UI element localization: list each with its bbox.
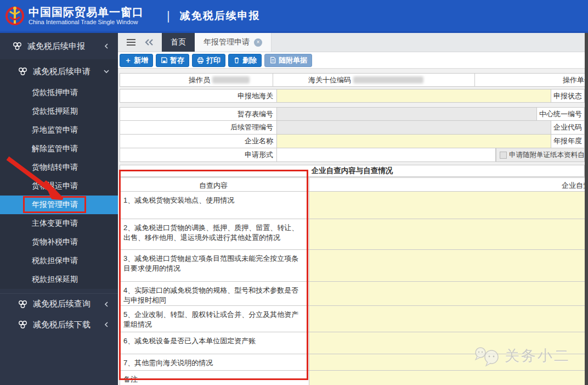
declare-customs-label: 申报地海关 (120, 91, 276, 101)
printer-icon (197, 57, 204, 64)
customs-logo-icon (5, 5, 24, 27)
self-check-item-1: 1、减免税货物安装地点、使用情况 (120, 191, 309, 219)
chevron-left-icon (104, 302, 109, 307)
customs-code-label: 海关十位编码 (308, 75, 351, 85)
save-draft-button[interactable]: 暂存 (156, 54, 189, 67)
self-check-input-4[interactable] (309, 281, 588, 305)
sidebar-item-贷款抵押延期[interactable]: 贷款抵押延期 (0, 102, 118, 121)
sidebar-item-货物补税申请[interactable]: 货物补税申请 (0, 233, 118, 252)
table-row-1: 1、减免税货物安装地点、使用情况 (120, 191, 588, 219)
save-draft-label: 暂存 (170, 55, 184, 65)
tab-home[interactable]: 首页 (162, 33, 195, 52)
table-row-3: 3、减免税进口货物超立项条目范围或未能完全按立项条目要求使用的情况 (120, 249, 588, 281)
sidebar-item-label: 解除监管申请 (32, 144, 78, 154)
form-stack: 暂存表编号 中心统一编号 后续管理编号 企业代码 企业名称 年报年度 申请形式 (120, 107, 588, 162)
attached-documents-button[interactable]: 随附单据 (264, 54, 312, 67)
declare-status-label: 申报状态 (551, 91, 584, 101)
remark-input[interactable] (309, 370, 588, 385)
self-check-input-3[interactable] (309, 249, 588, 281)
sidebar-item-解除监管申请[interactable]: 解除监管申请 (0, 140, 118, 158)
vertical-scrollbar[interactable] (585, 33, 588, 385)
draft-no-field (276, 108, 537, 120)
declare-customs-field[interactable] (276, 90, 551, 102)
self-check-input-6[interactable] (309, 332, 588, 354)
module-cluster-icon (18, 67, 29, 76)
enterprise-name-label: 企业名称 (120, 136, 276, 146)
brand-titles: 中国国际贸易单一窗口 China International Trade Sin… (29, 6, 144, 26)
tab-home-label: 首页 (171, 37, 186, 47)
sidebar-item-label: 年报管理申请 (32, 200, 78, 210)
operator-label: 操作员 (189, 75, 210, 85)
customs-code-cell: 海关十位编码 (273, 74, 474, 86)
apply-form-label: 申请形式 (120, 150, 276, 160)
sidebar-group-减免税后续下载[interactable]: 减免税后续下载 (0, 314, 118, 335)
action-toolbar: ＋ 新增 暂存 打印 删除 (118, 52, 588, 69)
self-check-item-2: 2、减免税进口货物的调换、抵押、质押、留置、转让、出售、移作他用、退运境外或进行… (120, 219, 309, 249)
print-label: 打印 (206, 55, 220, 65)
table-row-6: 6、减免税设备是否已入本单位固定资产账 (120, 332, 588, 354)
apply-form-row: 申请形式 申请随附单证纸本资料自行保管 (120, 148, 585, 162)
module-cluster-icon (18, 300, 29, 309)
brand-title-en: China International Trade Single Window (29, 19, 144, 26)
sidebar-root-减免税后续申报[interactable]: 减免税后续申报 (0, 33, 118, 59)
table-row-7: 7、其他需向海关说明的情况 (120, 354, 588, 370)
sidebar-group-label: 减免税后续查询 (33, 299, 91, 309)
tab-close-icon[interactable]: × (254, 38, 262, 47)
draft-no-row: 暂存表编号 中心统一编号 (120, 107, 585, 121)
follow-up-no-row: 后续管理编号 企业代码 (120, 121, 585, 135)
collapse-tabs-icon[interactable] (144, 38, 154, 46)
delete-button[interactable]: 删除 (228, 54, 262, 67)
self-check-input-5[interactable] (309, 305, 588, 332)
self-check-input-2[interactable] (309, 219, 588, 249)
add-button-label: 新增 (134, 55, 148, 65)
sidebar-item-税款担保延期[interactable]: 税款担保延期 (0, 270, 118, 289)
enterprise-code-label: 企业代码 (551, 122, 584, 132)
self-check-item-7: 7、其他需向海关说明的情况 (120, 354, 309, 370)
redacted-customs-code-value (353, 76, 423, 83)
self-check-table-header: 自查内容 企业自查情况 (120, 177, 588, 191)
table-row-remark: 备注 (120, 370, 588, 385)
apply-form-field[interactable] (276, 148, 496, 161)
sidebar-group-减免税后续查询[interactable]: 减免税后续查询 (0, 293, 118, 314)
sidebar-root-label: 减免税后续申报 (27, 41, 85, 52)
sidebar-item-label: 税款担保申请 (32, 256, 78, 266)
sidebar-item-货物结转申请[interactable]: 货物结转申请 (0, 158, 118, 177)
sidebar-item-税款担保申请[interactable]: 税款担保申请 (0, 252, 118, 270)
table-row-2: 2、减免税进口货物的调换、抵押、质押、留置、转让、出售、移作他用、退运境外或进行… (120, 219, 588, 249)
hamburger-menu-icon[interactable] (126, 38, 137, 47)
tab-annual-report[interactable]: 年报管理申请 × (195, 33, 272, 52)
print-button[interactable]: 打印 (192, 54, 225, 67)
tab-bar: 首页 年报管理申请 × (118, 33, 588, 52)
self-check-input-1[interactable] (309, 191, 588, 219)
operator-info-row: 操作员 海关十位编码 操作单位名称 (120, 73, 588, 87)
table-row-5: 5、企业改制、转型、股权转让或合并、分立及其他资产重组情况 (120, 305, 588, 332)
paper-docs-checkbox-label: 申请随附单证纸本资料自行保管 (509, 150, 584, 160)
sidebar-item-贷款抵押申请[interactable]: 贷款抵押申请 (0, 83, 118, 102)
sidebar-item-label: 货物退运申请 (32, 181, 78, 191)
draft-no-label: 暂存表编号 (120, 109, 276, 119)
enterprise-name-field[interactable] (276, 135, 551, 148)
center-unified-no-label: 中心统一编号 (537, 109, 584, 119)
report-year-label: 年报年度 (551, 136, 584, 146)
main-content: 首页 年报管理申请 × ＋ 新增 暂存 (118, 33, 588, 385)
sidebar-item-货物退运申请[interactable]: 货物退运申请 (0, 177, 118, 196)
sidebar-item-label: 货物补税申请 (32, 237, 78, 247)
add-button[interactable]: ＋ 新增 (120, 54, 153, 67)
self-check-input-7[interactable] (309, 354, 588, 370)
sidebar-group-减免税后续申请[interactable]: 减免税后续申请 (0, 59, 118, 83)
follow-up-no-field (276, 121, 551, 134)
sidebar-item-label: 货物结转申请 (32, 163, 78, 172)
sidebar-item-主体变更申请[interactable]: 主体变更申请 (0, 214, 118, 233)
page-title: 减免税后续申报 (180, 9, 261, 23)
document-icon (269, 57, 276, 64)
sidebar-spacer (0, 289, 118, 293)
sidebar-item-年报管理申请-active[interactable]: 年报管理申请 (0, 196, 118, 214)
sidebar-item-label: 贷款抵押延期 (32, 107, 78, 116)
delete-label: 删除 (242, 55, 257, 65)
floppy-disk-icon (161, 57, 168, 64)
declare-customs-row: 申报地海关 申报状态 (120, 89, 585, 103)
sidebar-item-label: 主体变更申请 (32, 219, 78, 228)
sidebar-item-异地监管申请[interactable]: 异地监管申请 (0, 121, 118, 140)
paper-docs-checkbox[interactable] (500, 152, 507, 159)
self-check-table: 自查内容 企业自查情况 1、减免税货物安装地点、使用情况 2、减免税进口货物的调… (120, 177, 588, 385)
